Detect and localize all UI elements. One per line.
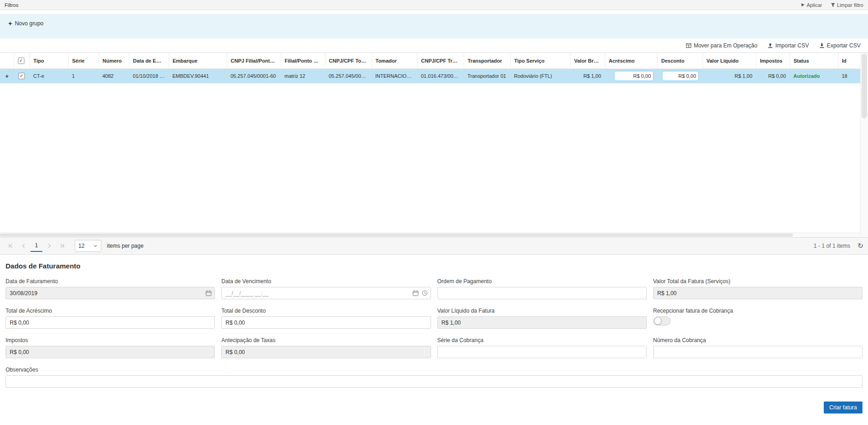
cell-id: 18: [838, 69, 860, 83]
valor-total-label: Valor Total da Fatura (Serviços): [653, 278, 862, 285]
calendar-icon[interactable]: [206, 290, 212, 296]
recepcionar-cobranca-toggle[interactable]: [653, 316, 671, 326]
data-vencimento-label: Data de Vencimento: [221, 278, 431, 285]
import-csv-label: Importar CSV: [775, 42, 809, 49]
field-total-desconto: Total de Desconto: [221, 308, 431, 329]
observacoes-label: Observações: [6, 367, 862, 373]
calendar-icon[interactable]: [413, 290, 419, 296]
data-faturamento-input[interactable]: [6, 287, 215, 299]
vertical-scrollbar[interactable]: [860, 53, 868, 237]
check-icon: ✓: [20, 74, 24, 78]
horizontal-scrollbar[interactable]: [0, 233, 860, 237]
cell-tipo: CT-e: [30, 69, 68, 83]
previous-page-button[interactable]: [18, 240, 30, 252]
grid-empty-area: [0, 83, 868, 233]
total-desconto-input[interactable]: [221, 316, 431, 329]
new-group-label: Novo grupo: [15, 20, 43, 27]
page-size-dropdown[interactable]: 12: [75, 240, 101, 252]
data-vencimento-input[interactable]: [221, 287, 431, 299]
move-to-operation-label: Mover para Em Operação: [694, 42, 757, 49]
column-header-valor-liquido[interactable]: Valor Líquido: [703, 53, 756, 69]
cell-tomador: INTERNACIONAL E ...: [372, 69, 417, 83]
impostos-input: [6, 346, 215, 358]
table-row[interactable]: + ✓ CT-e 1 4082 01/10/2018 11:07 EMBDEV.…: [0, 69, 860, 83]
impostos-label: Impostos: [6, 337, 215, 343]
import-csv-button[interactable]: Importar CSV: [768, 42, 809, 49]
desconto-input[interactable]: [662, 71, 699, 81]
column-header-cnpj-cpf-transportador[interactable]: CNPJ/CPF Transp...: [417, 53, 464, 69]
ordem-pagamento-input[interactable]: [437, 287, 647, 299]
clear-filter-button[interactable]: Limpar filtro: [831, 2, 863, 8]
cell-data-emissao: 01/10/2018 11:07: [129, 69, 169, 83]
serie-cobranca-input[interactable]: [437, 346, 647, 358]
column-header-expand: [0, 53, 14, 69]
column-header-acrescimo[interactable]: Acréscimo: [605, 53, 657, 69]
submit-row: Criar fatura: [6, 402, 862, 417]
items-per-page-label: items per page: [107, 243, 143, 249]
clock-icon[interactable]: [422, 290, 428, 296]
row-checkbox[interactable]: ✓: [18, 73, 25, 79]
chevron-down-icon: [93, 244, 98, 248]
column-header-valor-bruto[interactable]: Valor Bruto: [570, 53, 605, 69]
column-header-tipo-servico[interactable]: Tipo Serviço: [510, 53, 570, 69]
column-header-tomador[interactable]: Tomador: [372, 53, 417, 69]
acrescimo-input[interactable]: [614, 71, 654, 81]
column-header-cnpj-cpf-tomador[interactable]: CNPJ/CPF Tomador: [325, 53, 372, 69]
total-acrescimo-label: Total de Acréscimo: [6, 308, 215, 314]
new-group-button[interactable]: + Novo grupo: [6, 18, 46, 29]
column-header-id[interactable]: Id: [838, 53, 860, 69]
cell-impostos: R$ 0,00: [756, 69, 790, 83]
move-to-operation-button[interactable]: Mover para Em Operação: [686, 42, 757, 49]
column-header-tipo[interactable]: Tipo: [30, 53, 68, 69]
select-all-header[interactable]: ✓: [14, 53, 30, 69]
horizontal-scrollbar-thumb[interactable]: [0, 233, 793, 237]
grid-toolbar: Mover para Em Operação Importar CSV Expo…: [0, 39, 868, 52]
cell-serie: 1: [68, 69, 99, 83]
refresh-icon[interactable]: ↻: [857, 242, 863, 250]
filter-group-panel: + Novo grupo: [0, 14, 868, 39]
expand-row-icon[interactable]: +: [5, 73, 9, 80]
filters-bar: Filtros Aplicar Limpar filtro: [0, 0, 868, 10]
column-header-serie[interactable]: Série: [68, 53, 99, 69]
field-total-acrescimo: Total de Acréscimo: [6, 308, 215, 329]
first-page-button[interactable]: [5, 240, 17, 252]
column-header-data-emissao[interactable]: Data de Emiss...: [129, 53, 169, 69]
chevron-left-icon: [21, 243, 26, 249]
column-header-impostos[interactable]: Impostos: [756, 53, 790, 69]
numero-cobranca-label: Número da Cobrança: [653, 337, 862, 343]
antecipacao-taxas-label: Antecipação de Taxas: [221, 337, 431, 343]
check-icon: ✓: [19, 58, 23, 63]
export-csv-button[interactable]: Exportar CSV: [819, 42, 861, 49]
page-number-current[interactable]: 1: [30, 240, 42, 252]
column-header-filial-ponto[interactable]: Filial/Ponto de O...: [281, 53, 325, 69]
create-invoice-button[interactable]: Criar fatura: [824, 402, 862, 413]
apply-filter-button[interactable]: Aplicar: [801, 2, 822, 8]
observacoes-input[interactable]: [6, 375, 862, 388]
total-desconto-label: Total de Desconto: [221, 308, 431, 314]
column-header-numero[interactable]: Número: [99, 53, 129, 69]
clear-filter-label: Limpar filtro: [837, 2, 863, 8]
total-acrescimo-input[interactable]: [6, 316, 215, 329]
column-header-embarque[interactable]: Embarque: [169, 53, 227, 69]
column-header-transportador[interactable]: Transportador: [464, 53, 510, 69]
field-valor-total: Valor Total da Fatura (Serviços): [653, 278, 862, 299]
cell-transportador: Transportador 01: [464, 69, 510, 83]
vertical-scrollbar-thumb[interactable]: [862, 54, 867, 118]
numero-cobranca-input[interactable]: [653, 346, 862, 358]
field-impostos: Impostos: [6, 337, 215, 358]
filter-clear-icon: [831, 3, 835, 7]
field-recepcionar-cobranca: Recepcionar fatura de Cobrança: [653, 308, 862, 329]
cell-valor-liquido: R$ 1,00: [703, 69, 756, 83]
last-page-button[interactable]: [56, 240, 68, 252]
export-csv-label: Exportar CSV: [827, 42, 861, 49]
column-header-status[interactable]: Status: [790, 53, 838, 69]
valor-liquido-input: [437, 316, 647, 329]
cell-numero: 4082: [99, 69, 129, 83]
select-all-checkbox[interactable]: ✓: [18, 58, 24, 64]
column-header-cnpj-filial[interactable]: CNPJ Filial/Ponto de ...: [227, 53, 281, 69]
pager-right: 1 - 1 of 1 items ↻: [814, 242, 863, 250]
download-icon: [819, 43, 825, 48]
next-page-button[interactable]: [43, 240, 55, 252]
page-size-value: 12: [78, 243, 84, 249]
column-header-desconto[interactable]: Desconto: [657, 53, 703, 69]
